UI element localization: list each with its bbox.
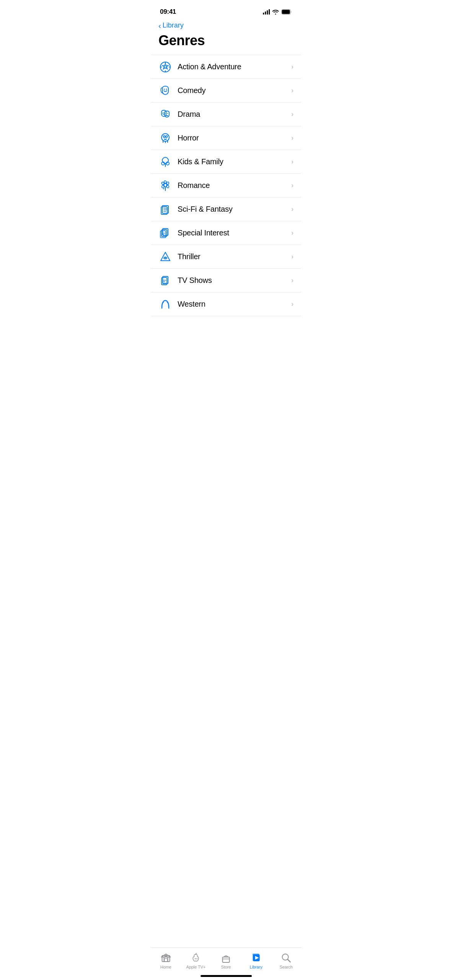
genre-item-comedy[interactable]: Comedy › — [151, 79, 301, 103]
genre-chevron-comedy: › — [291, 87, 294, 95]
genre-item-sci-fi-fantasy[interactable]: Sci-Fi & Fantasy › — [151, 198, 301, 221]
genre-name-western: Western — [178, 300, 291, 309]
genre-name-tv-shows: TV Shows — [178, 276, 291, 285]
genre-chevron-kids-family: › — [291, 158, 294, 166]
horror-icon — [158, 131, 172, 145]
status-time: 09:41 — [160, 8, 176, 16]
svg-point-10 — [163, 112, 163, 113]
genre-name-sci-fi-fantasy: Sci-Fi & Fantasy — [178, 205, 291, 214]
genre-item-drama[interactable]: Drama › — [151, 103, 301, 126]
genre-chevron-thriller: › — [291, 253, 294, 261]
svg-point-46 — [167, 302, 168, 303]
genre-list: Action & Adventure › Comedy › — [151, 55, 301, 316]
svg-point-12 — [166, 113, 166, 113]
svg-point-24 — [166, 185, 169, 188]
genre-name-special-interest: Special Interest — [178, 229, 291, 237]
genre-name-romance: Romance — [178, 181, 291, 190]
status-icons — [263, 9, 292, 15]
svg-point-9 — [166, 88, 167, 90]
genre-chevron-special-interest: › — [291, 229, 294, 237]
drama-icon — [158, 108, 172, 121]
back-label: Library — [163, 21, 184, 29]
genre-name-kids-family: Kids & Family — [178, 157, 291, 166]
genre-item-special-interest[interactable]: Special Interest › — [151, 221, 301, 245]
kids-family-icon — [158, 155, 172, 169]
wifi-icon — [272, 9, 279, 15]
page-title: Genres — [151, 29, 301, 55]
genre-name-thriller: Thriller — [178, 252, 291, 261]
genre-name-drama: Drama — [178, 110, 291, 119]
genre-name-comedy: Comedy — [178, 86, 291, 95]
action-adventure-icon — [158, 60, 172, 74]
genre-item-tv-shows[interactable]: TV Shows › — [151, 269, 301, 292]
battery-icon — [281, 9, 292, 15]
svg-point-39 — [165, 257, 166, 258]
content-area: ‹ Library Genres Action & Adventure › — [151, 18, 301, 354]
comedy-icon — [158, 84, 172, 98]
genre-chevron-sci-fi-fantasy: › — [291, 205, 294, 213]
tv-shows-icon — [158, 274, 172, 287]
genre-item-western[interactable]: Western › — [151, 292, 301, 316]
genre-chevron-romance: › — [291, 181, 294, 189]
genre-item-romance[interactable]: Romance › — [151, 174, 301, 198]
svg-point-17 — [162, 157, 168, 163]
thriller-icon — [158, 250, 172, 264]
special-interest-icon — [158, 226, 172, 240]
genre-chevron-horror: › — [291, 134, 294, 142]
genre-chevron-western: › — [291, 300, 294, 308]
genre-item-thriller[interactable]: Thriller › — [151, 245, 301, 269]
genre-item-kids-family[interactable]: Kids & Family › — [151, 150, 301, 174]
genre-chevron-drama: › — [291, 110, 294, 118]
genre-chevron-tv-shows: › — [291, 276, 294, 284]
back-nav[interactable]: ‹ Library — [151, 18, 301, 29]
genre-name-action-adventure: Action & Adventure — [178, 62, 291, 71]
svg-point-25 — [161, 185, 165, 188]
svg-point-14 — [162, 134, 169, 141]
status-bar: 09:41 — [151, 0, 301, 18]
western-icon — [158, 297, 172, 311]
genre-chevron-action-adventure: › — [291, 63, 294, 71]
romance-icon — [158, 179, 172, 193]
signal-icon — [263, 9, 270, 15]
back-chevron-icon: ‹ — [158, 22, 161, 29]
svg-point-8 — [164, 88, 165, 90]
genre-name-horror: Horror — [178, 134, 291, 142]
svg-point-15 — [163, 136, 165, 137]
svg-point-13 — [167, 113, 168, 113]
svg-point-16 — [166, 136, 168, 137]
genre-item-action-adventure[interactable]: Action & Adventure › — [151, 55, 301, 79]
sci-fi-fantasy-icon — [158, 203, 172, 216]
svg-rect-1 — [282, 10, 290, 14]
svg-point-45 — [163, 302, 164, 303]
genre-item-horror[interactable]: Horror › — [151, 126, 301, 150]
